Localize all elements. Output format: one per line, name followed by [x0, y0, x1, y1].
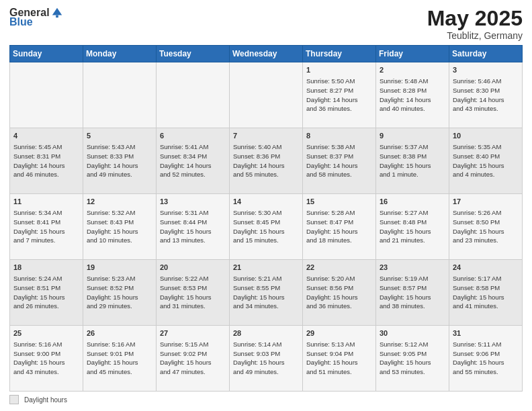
day-info: Sunrise: 5:43 AM Sunset: 8:33 PM Dayligh… [87, 142, 152, 179]
day-number: 21 [233, 263, 299, 273]
day-info: Sunrise: 5:14 AM Sunset: 9:03 PM Dayligh… [233, 340, 299, 377]
calendar-cell [157, 62, 230, 128]
calendar-cell: 24Sunrise: 5:17 AM Sunset: 8:58 PM Dayli… [449, 260, 523, 326]
calendar-cell: 17Sunrise: 5:26 AM Sunset: 8:50 PM Dayli… [449, 194, 523, 260]
day-number: 29 [306, 328, 372, 339]
day-info: Sunrise: 5:38 AM Sunset: 8:37 PM Dayligh… [306, 142, 372, 179]
col-friday: Friday [376, 46, 449, 62]
col-thursday: Thursday [303, 46, 376, 62]
day-info: Sunrise: 5:12 AM Sunset: 9:05 PM Dayligh… [380, 340, 445, 377]
day-number: 22 [306, 263, 372, 273]
day-info: Sunrise: 5:23 AM Sunset: 8:52 PM Dayligh… [87, 274, 152, 311]
svg-marker-0 [52, 8, 61, 15]
day-number: 3 [453, 65, 519, 76]
day-number: 14 [233, 197, 299, 208]
calendar-title: May 2025 [427, 7, 523, 30]
calendar-body: 1Sunrise: 5:50 AM Sunset: 8:27 PM Daylig… [10, 62, 523, 392]
calendar-cell: 14Sunrise: 5:30 AM Sunset: 8:45 PM Dayli… [230, 194, 303, 260]
day-info: Sunrise: 5:40 AM Sunset: 8:36 PM Dayligh… [233, 142, 299, 179]
calendar-cell: 18Sunrise: 5:24 AM Sunset: 8:51 PM Dayli… [10, 260, 83, 326]
calendar-week-4: 18Sunrise: 5:24 AM Sunset: 8:51 PM Dayli… [10, 260, 523, 326]
calendar-cell: 13Sunrise: 5:31 AM Sunset: 8:44 PM Dayli… [157, 194, 230, 260]
day-info: Sunrise: 5:22 AM Sunset: 8:53 PM Dayligh… [160, 274, 226, 311]
day-number: 8 [306, 131, 372, 142]
day-number: 19 [87, 263, 152, 273]
day-number: 12 [87, 197, 152, 208]
calendar-week-3: 11Sunrise: 5:34 AM Sunset: 8:41 PM Dayli… [10, 194, 523, 260]
day-info: Sunrise: 5:37 AM Sunset: 8:38 PM Dayligh… [380, 142, 445, 179]
day-number: 24 [453, 263, 519, 273]
calendar-cell: 6Sunrise: 5:41 AM Sunset: 8:34 PM Daylig… [157, 128, 230, 194]
day-info: Sunrise: 5:41 AM Sunset: 8:34 PM Dayligh… [160, 142, 226, 179]
header: General Blue May 2025 Teublitz, Germany [9, 7, 523, 41]
calendar-week-1: 1Sunrise: 5:50 AM Sunset: 8:27 PM Daylig… [10, 62, 523, 128]
day-number: 17 [453, 197, 519, 208]
day-info: Sunrise: 5:24 AM Sunset: 8:51 PM Dayligh… [13, 274, 79, 311]
logo: General Blue [9, 7, 63, 28]
day-number: 23 [380, 263, 445, 273]
calendar-table: Sunday Monday Tuesday Wednesday Thursday… [9, 45, 523, 392]
day-number: 13 [160, 197, 226, 208]
day-info: Sunrise: 5:13 AM Sunset: 9:04 PM Dayligh… [306, 340, 372, 377]
col-tuesday: Tuesday [157, 46, 230, 62]
day-info: Sunrise: 5:30 AM Sunset: 8:45 PM Dayligh… [233, 208, 299, 245]
calendar-cell: 8Sunrise: 5:38 AM Sunset: 8:37 PM Daylig… [303, 128, 376, 194]
calendar-cell: 11Sunrise: 5:34 AM Sunset: 8:41 PM Dayli… [10, 194, 83, 260]
calendar-cell: 23Sunrise: 5:19 AM Sunset: 8:57 PM Dayli… [376, 260, 449, 326]
calendar-cell: 22Sunrise: 5:20 AM Sunset: 8:56 PM Dayli… [303, 260, 376, 326]
calendar-cell: 31Sunrise: 5:11 AM Sunset: 9:06 PM Dayli… [449, 326, 523, 392]
calendar-cell: 12Sunrise: 5:32 AM Sunset: 8:43 PM Dayli… [83, 194, 157, 260]
calendar-week-5: 25Sunrise: 5:16 AM Sunset: 9:00 PM Dayli… [10, 326, 523, 392]
calendar-header: Sunday Monday Tuesday Wednesday Thursday… [10, 46, 523, 62]
day-info: Sunrise: 5:19 AM Sunset: 8:57 PM Dayligh… [380, 274, 445, 311]
calendar-cell: 1Sunrise: 5:50 AM Sunset: 8:27 PM Daylig… [303, 62, 376, 128]
calendar-cell: 20Sunrise: 5:22 AM Sunset: 8:53 PM Dayli… [157, 260, 230, 326]
day-info: Sunrise: 5:48 AM Sunset: 8:28 PM Dayligh… [380, 77, 445, 113]
calendar-cell: 9Sunrise: 5:37 AM Sunset: 8:38 PM Daylig… [376, 128, 449, 194]
title-block: May 2025 Teublitz, Germany [427, 7, 523, 41]
day-number: 30 [380, 328, 445, 339]
calendar-cell: 30Sunrise: 5:12 AM Sunset: 9:05 PM Dayli… [376, 326, 449, 392]
day-info: Sunrise: 5:35 AM Sunset: 8:40 PM Dayligh… [453, 142, 519, 179]
legend-label: Daylight hours [24, 396, 67, 404]
col-sunday: Sunday [10, 46, 83, 62]
day-number: 31 [453, 328, 519, 339]
day-number: 1 [306, 65, 372, 76]
day-number: 25 [13, 328, 79, 339]
calendar-cell: 27Sunrise: 5:15 AM Sunset: 9:02 PM Dayli… [157, 326, 230, 392]
calendar-cell: 25Sunrise: 5:16 AM Sunset: 9:00 PM Dayli… [10, 326, 83, 392]
day-info: Sunrise: 5:26 AM Sunset: 8:50 PM Dayligh… [453, 208, 519, 245]
day-number: 27 [160, 328, 226, 339]
page: General Blue May 2025 Teublitz, Germany … [0, 0, 532, 411]
day-info: Sunrise: 5:21 AM Sunset: 8:55 PM Dayligh… [233, 274, 299, 311]
logo-icon [51, 7, 63, 19]
day-info: Sunrise: 5:17 AM Sunset: 8:58 PM Dayligh… [453, 274, 519, 311]
calendar-cell: 16Sunrise: 5:27 AM Sunset: 8:48 PM Dayli… [376, 194, 449, 260]
calendar-cell: 2Sunrise: 5:48 AM Sunset: 8:28 PM Daylig… [376, 62, 449, 128]
day-number: 5 [87, 131, 152, 142]
day-number: 2 [380, 65, 445, 76]
day-info: Sunrise: 5:45 AM Sunset: 8:31 PM Dayligh… [13, 142, 79, 179]
day-number: 6 [160, 131, 226, 142]
day-number: 20 [160, 263, 226, 273]
header-row: Sunday Monday Tuesday Wednesday Thursday… [10, 46, 523, 62]
day-number: 7 [233, 131, 299, 142]
calendar-cell: 29Sunrise: 5:13 AM Sunset: 9:04 PM Dayli… [303, 326, 376, 392]
calendar-cell [10, 62, 83, 128]
day-info: Sunrise: 5:32 AM Sunset: 8:43 PM Dayligh… [87, 208, 152, 245]
svg-rect-1 [56, 15, 58, 18]
day-info: Sunrise: 5:20 AM Sunset: 8:56 PM Dayligh… [306, 274, 372, 311]
day-info: Sunrise: 5:16 AM Sunset: 9:01 PM Dayligh… [87, 340, 152, 377]
day-number: 28 [233, 328, 299, 339]
calendar-cell: 15Sunrise: 5:28 AM Sunset: 8:47 PM Dayli… [303, 194, 376, 260]
calendar-cell [83, 62, 157, 128]
day-number: 9 [380, 131, 445, 142]
calendar-cell: 3Sunrise: 5:46 AM Sunset: 8:30 PM Daylig… [449, 62, 523, 128]
col-monday: Monday [83, 46, 157, 62]
calendar-location: Teublitz, Germany [427, 30, 523, 41]
legend: Daylight hours [9, 395, 523, 404]
day-number: 4 [13, 131, 79, 142]
calendar-cell: 21Sunrise: 5:21 AM Sunset: 8:55 PM Dayli… [230, 260, 303, 326]
calendar-week-2: 4Sunrise: 5:45 AM Sunset: 8:31 PM Daylig… [10, 128, 523, 194]
day-info: Sunrise: 5:46 AM Sunset: 8:30 PM Dayligh… [453, 77, 519, 113]
